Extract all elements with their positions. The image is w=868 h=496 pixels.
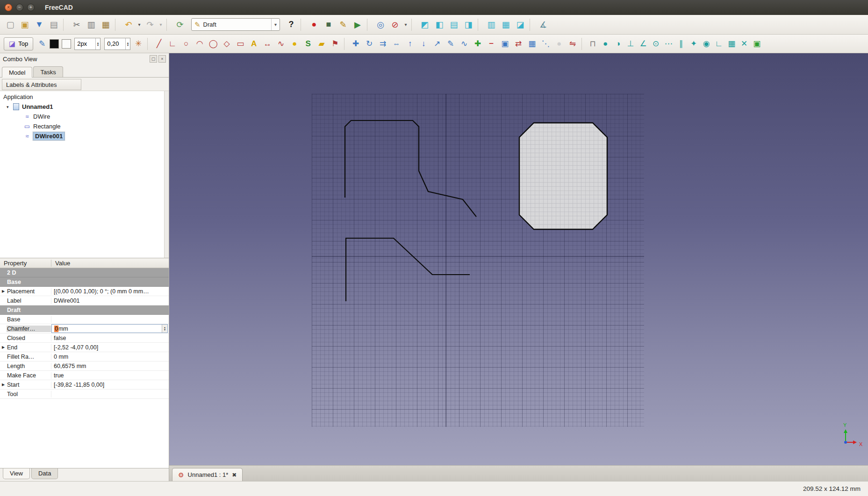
property-row[interactable]: ▶ Start [-39,82 -11,85 0,00] xyxy=(0,380,169,390)
draft-point-icon[interactable]: ● xyxy=(288,37,301,50)
draft-rectangle-icon[interactable]: ▭ xyxy=(234,37,246,50)
working-plane-button[interactable]: ◪ Top xyxy=(4,37,33,50)
array-icon[interactable]: ▦ xyxy=(526,37,538,50)
separator[interactable] xyxy=(581,38,586,50)
add-point-icon[interactable]: ✚ xyxy=(472,37,484,50)
face-color-swatch[interactable] xyxy=(62,39,71,49)
snap-special-icon[interactable]: ✦ xyxy=(688,37,699,50)
property-row[interactable]: ▶ Placement [(0,00 0,00 1,00); 0 °; (0 m… xyxy=(0,287,169,296)
snap-near-icon[interactable]: ◉ xyxy=(701,37,712,50)
property-value[interactable]: [(0,00 0,00 1,00); 0 °; (0 mm 0 mm… xyxy=(51,288,169,295)
property-row[interactable]: Base xyxy=(0,277,169,287)
refresh-icon[interactable]: ⟳ xyxy=(173,18,187,32)
undo-icon[interactable]: ↶ xyxy=(122,18,135,32)
draft-label-icon[interactable]: ⚑ xyxy=(329,37,341,50)
snap-extension-icon[interactable]: ⋯ xyxy=(663,37,674,50)
view-top-icon[interactable]: ▤ xyxy=(447,18,460,32)
property-row[interactable]: Closed false xyxy=(0,333,169,343)
separator[interactable] xyxy=(344,38,348,50)
snap-perpendicular-icon[interactable]: ⊥ xyxy=(625,37,636,50)
property-expander-icon[interactable]: ▶ xyxy=(0,345,7,349)
wire-to-bspline-icon[interactable]: ∿ xyxy=(458,37,470,50)
tree-object-item[interactable]: ▭ Rectangle xyxy=(0,121,169,131)
snap-grid-icon[interactable]: ▦ xyxy=(726,37,737,50)
workbench-selector[interactable]: ✎ Draft ▾ xyxy=(191,18,280,31)
snap-midpoint-icon[interactable]: ◑ xyxy=(612,37,624,50)
cut-icon[interactable]: ✂ xyxy=(70,18,83,32)
draft-circle-icon[interactable]: ○ xyxy=(180,37,192,50)
snap-angle-icon[interactable]: ∠ xyxy=(638,37,649,50)
snap-intersection-icon[interactable]: ✕ xyxy=(739,37,750,50)
snap-parallel-icon[interactable]: ∥ xyxy=(675,37,687,50)
property-expander-icon[interactable]: ▶ xyxy=(0,289,7,293)
panel-bottom-tab[interactable]: View xyxy=(3,468,30,479)
property-row[interactable]: Chamfer… 0 mm xyxy=(0,324,169,333)
edit-icon[interactable]: ✎ xyxy=(445,37,457,50)
draft-dimension-icon[interactable]: ↔ xyxy=(261,37,273,50)
property-row[interactable]: Tool xyxy=(0,390,169,399)
draft-polygon-icon[interactable]: ◇ xyxy=(221,37,233,50)
spinner-icon[interactable] xyxy=(95,38,100,50)
property-value[interactable]: 60,6575 mm xyxy=(51,363,169,369)
macro-stop-icon[interactable]: ■ xyxy=(322,18,335,32)
macro-record-icon[interactable]: ● xyxy=(308,18,321,32)
upgrade-icon[interactable]: ↑ xyxy=(404,37,416,50)
property-value[interactable]: true xyxy=(51,372,169,379)
draft-text-icon[interactable]: A xyxy=(248,37,260,50)
paste-icon[interactable]: ▦ xyxy=(99,18,112,32)
property-value[interactable]: 0 mm xyxy=(51,354,169,360)
line-width-input[interactable] xyxy=(74,38,100,50)
property-row[interactable]: Base xyxy=(0,315,169,324)
titlebar[interactable]: × − + FreeCAD xyxy=(0,0,868,15)
move-icon[interactable]: ✚ xyxy=(350,37,362,50)
spinner-icon[interactable] xyxy=(125,38,130,50)
property-row[interactable]: ▶ End [-2,52 -4,07 0,00] xyxy=(0,343,169,352)
float-panel-icon[interactable]: ▢ xyxy=(150,55,157,63)
separator[interactable] xyxy=(115,19,119,31)
draft-polyline-icon[interactable]: ∟ xyxy=(166,37,179,50)
property-value[interactable]: DWire001 xyxy=(51,298,169,304)
view-bottom-icon[interactable]: ▦ xyxy=(499,18,512,32)
measure-distance-icon[interactable]: ∡ xyxy=(537,18,550,32)
maximize-window-button[interactable]: + xyxy=(27,4,35,11)
macro-edit-icon[interactable]: ✎ xyxy=(337,18,350,32)
draft-arc-icon[interactable]: ◠ xyxy=(194,37,206,50)
minimize-window-button[interactable]: − xyxy=(16,4,23,11)
draft-bspline-icon[interactable]: ∿ xyxy=(275,37,287,50)
labels-attributes-header[interactable]: Labels & Attributes xyxy=(2,79,81,90)
clone-icon[interactable]: ● xyxy=(553,37,565,50)
tree-object-item[interactable]: ≈ DWire001 xyxy=(0,131,169,141)
property-value[interactable]: [-39,82 -11,85 0,00] xyxy=(51,382,169,388)
mirror-icon[interactable]: ⇋ xyxy=(567,37,579,50)
draft-ellipse-icon[interactable]: ◯ xyxy=(207,37,219,50)
tree-object-item[interactable]: ≈ DWire xyxy=(0,112,169,121)
close-panel-icon[interactable]: × xyxy=(158,55,166,63)
redo-icon[interactable]: ↷ xyxy=(143,18,157,32)
copy-icon[interactable]: ▥ xyxy=(85,18,98,32)
snap-working-plane-icon[interactable]: ▣ xyxy=(751,37,762,50)
view-front-icon[interactable]: ◧ xyxy=(433,18,446,32)
downgrade-icon[interactable]: ↓ xyxy=(417,37,430,50)
line-color-swatch[interactable] xyxy=(50,39,59,49)
macro-play-icon[interactable]: ▶ xyxy=(351,18,364,32)
path-array-icon[interactable]: ⋱ xyxy=(539,37,552,50)
zoom-border-icon[interactable]: ◎ xyxy=(374,18,387,32)
combo-view-tab[interactable]: Model xyxy=(2,67,32,78)
new-file-icon[interactable]: ▢ xyxy=(4,18,17,32)
expander-icon[interactable]: ▾ xyxy=(7,105,13,109)
trimex-icon[interactable]: ⇔ xyxy=(390,37,402,50)
draw-style-dropdown-icon[interactable]: ▾ xyxy=(403,18,409,32)
separator[interactable] xyxy=(166,19,171,31)
shape-2d-view-icon[interactable]: ▣ xyxy=(499,37,511,50)
separator[interactable] xyxy=(301,19,305,31)
print-icon[interactable]: ▤ xyxy=(47,18,60,32)
draft-line-icon[interactable]: ╱ xyxy=(153,37,165,50)
text-scale-value[interactable] xyxy=(105,40,125,47)
property-row[interactable]: Make Face true xyxy=(0,371,169,380)
view-rear-icon[interactable]: ▥ xyxy=(485,18,498,32)
document-tab[interactable]: ⚙ Unnamed1 : 1* ✖ xyxy=(172,468,243,481)
view-left-icon[interactable]: ◪ xyxy=(514,18,527,32)
close-tab-icon[interactable]: ✖ xyxy=(232,472,237,478)
draw-style-icon[interactable]: ⊘ xyxy=(388,18,402,32)
tree-scrollbar[interactable] xyxy=(164,91,169,258)
